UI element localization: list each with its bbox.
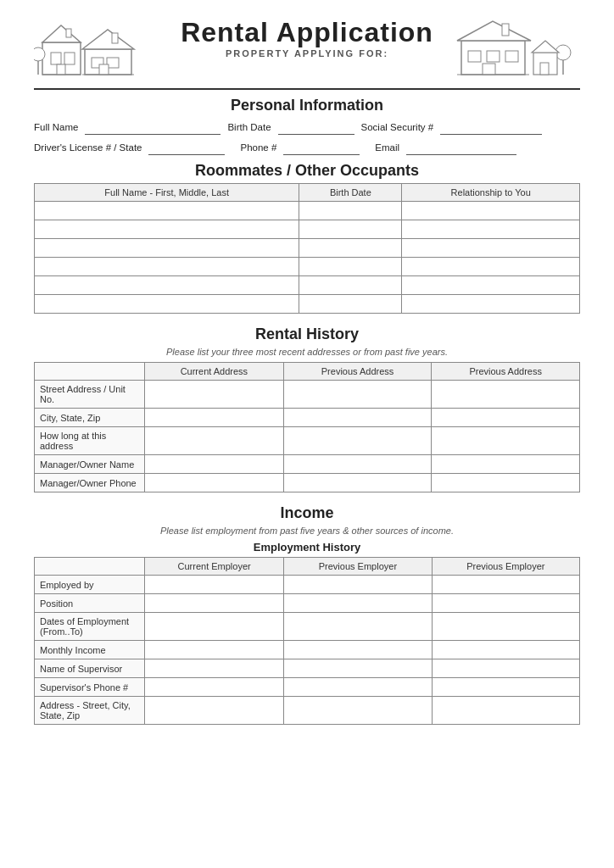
roommates-col-birthdate: Birth Date [299, 184, 402, 202]
rental-row-street-label: Street Address / Unit No. [35, 381, 145, 409]
svg-rect-18 [468, 51, 481, 62]
emp-row-position-label: Position [35, 594, 145, 613]
email-input[interactable] [406, 140, 516, 155]
table-row: City, State, Zip [35, 409, 580, 427]
table-row: Employed by [35, 576, 580, 594]
rental-row-manager-phone-label: Manager/Owner Phone [35, 474, 145, 492]
rental-history-subtitle: Please list your three most recent addre… [34, 347, 580, 357]
emp-row-address-label: Address - Street, City, State, Zip [35, 697, 145, 725]
page-title: Rental Application [181, 17, 433, 48]
drivers-license-input[interactable] [148, 140, 225, 155]
rental-col-current: Current Address [145, 363, 284, 381]
full-name-input[interactable] [85, 120, 220, 135]
full-name-label: Full Name [34, 122, 78, 132]
emp-row-employed-label: Employed by [35, 576, 145, 594]
table-row: Street Address / Unit No. [35, 381, 580, 409]
roommates-title: Roommates / Other Occupants [34, 162, 580, 180]
emp-col-prev1: Previous Employer [284, 558, 432, 576]
svg-marker-1 [42, 25, 81, 42]
emp-row-dates-label: Dates of Employment (From..To) [35, 613, 145, 641]
table-row [35, 220, 580, 239]
svg-rect-4 [57, 64, 65, 75]
table-row: Monthly Income [35, 641, 580, 659]
email-label: Email [375, 142, 399, 153]
svg-rect-6 [66, 29, 71, 37]
roommates-col-name: Full Name - First, Middle, Last [35, 184, 299, 202]
income-subtitle: Please list employment from past five ye… [34, 526, 580, 536]
table-row: Position [35, 594, 580, 613]
birth-date-label: Birth Date [227, 122, 271, 132]
right-houses-icon [444, 17, 580, 87]
rental-col-prev1: Previous Address [283, 363, 432, 381]
svg-rect-11 [99, 64, 109, 75]
page-header: Rental Application PROPERTY APPLYING FOR… [34, 17, 580, 85]
svg-rect-28 [540, 63, 549, 75]
left-houses-icon [34, 17, 170, 87]
table-row [35, 295, 580, 314]
header-divider [34, 88, 580, 90]
ssn-input[interactable] [440, 120, 542, 135]
svg-rect-2 [51, 53, 61, 64]
svg-rect-13 [112, 33, 118, 43]
rental-row-city-label: City, State, Zip [35, 409, 145, 427]
svg-rect-21 [483, 64, 495, 75]
rental-history-table: Current Address Previous Address Previou… [34, 362, 580, 492]
svg-rect-23 [502, 24, 509, 36]
rental-row-howlong-label: How long at this address [35, 427, 145, 455]
drivers-license-label: Driver's License # / State [34, 142, 142, 153]
rental-col-prev2: Previous Address [432, 363, 580, 381]
table-row [35, 276, 580, 295]
property-subtitle: PROPERTY APPLYING FOR: [181, 48, 433, 58]
table-row: Manager/Owner Name [35, 455, 580, 474]
emp-col-prev2: Previous Employer [432, 558, 579, 576]
employment-history-table: Current Employer Previous Employer Previ… [34, 557, 580, 725]
svg-rect-3 [64, 53, 75, 64]
table-row: Dates of Employment (From..To) [35, 613, 580, 641]
personal-row-1: Full Name Birth Date Social Security # [34, 120, 580, 135]
ssn-label: Social Security # [361, 122, 434, 132]
roommates-col-relationship: Relationship to You [402, 184, 580, 202]
svg-marker-8 [82, 30, 134, 49]
birth-date-input[interactable] [278, 120, 354, 135]
table-row [35, 239, 580, 258]
personal-info-section: Full Name Birth Date Social Security # D… [34, 120, 580, 155]
roommates-table: Full Name - First, Middle, Last Birth Da… [34, 183, 580, 314]
emp-col-current: Current Employer [145, 558, 284, 576]
phone-label: Phone # [240, 142, 276, 153]
svg-marker-17 [457, 21, 531, 41]
svg-marker-27 [532, 41, 559, 53]
svg-point-15 [34, 47, 45, 61]
svg-rect-20 [505, 51, 518, 62]
table-row: Manager/Owner Phone [35, 474, 580, 492]
table-row: How long at this address [35, 427, 580, 455]
personal-row-2: Driver's License # / State Phone # Email [34, 140, 580, 155]
table-row [35, 258, 580, 276]
table-row emp-row-tall: Address - Street, City, State, Zip [35, 697, 580, 725]
table-row [35, 202, 580, 220]
emp-row-supervisor-phone-label: Supervisor's Phone # [35, 678, 145, 697]
emp-row-supervisor-label: Name of Supervisor [35, 659, 145, 678]
table-row: Name of Supervisor [35, 659, 580, 678]
rental-history-title: Rental History [34, 326, 580, 343]
income-title: Income [34, 504, 580, 522]
emp-row-income-label: Monthly Income [35, 641, 145, 659]
employment-history-title: Employment History [34, 541, 580, 554]
table-row: Supervisor's Phone # [35, 678, 580, 697]
emp-col-blank [35, 558, 145, 576]
svg-rect-19 [487, 51, 500, 62]
rental-row-manager-label: Manager/Owner Name [35, 455, 145, 474]
personal-info-title: Personal Information [34, 97, 580, 114]
phone-input[interactable] [283, 140, 360, 155]
rental-col-blank [35, 363, 145, 381]
